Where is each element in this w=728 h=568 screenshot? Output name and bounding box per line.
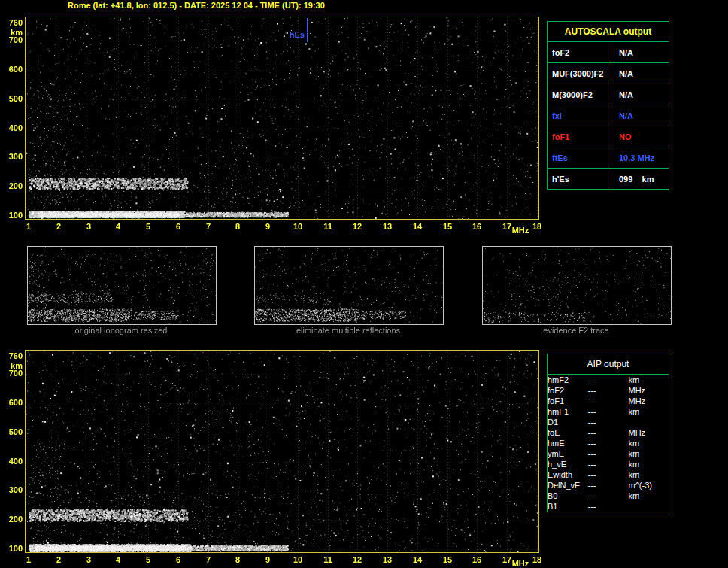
aip-param-value: ---: [588, 406, 629, 417]
autoscala-param-value: N/A: [608, 105, 669, 126]
autoscala-param-label: fxI: [548, 105, 608, 126]
aip-row-B0: B0---km: [548, 491, 669, 501]
aip-param-label: foF2: [548, 385, 588, 396]
x-tick-18: 18: [532, 555, 541, 564]
autoscala-param-label: foF2: [548, 42, 608, 63]
y-tick-500: 500: [2, 94, 23, 103]
aip-row-h_vE: h_vE---km: [548, 459, 669, 469]
thumbnail-evidence-f2-trace: [482, 246, 672, 325]
x-tick-3: 3: [86, 222, 91, 231]
aip-param-label: foE: [548, 427, 588, 438]
aip-param-unit: [629, 501, 669, 512]
autoscala-param-label: MUF(3000)F2: [548, 63, 608, 84]
autoscala-param-label: foF1: [548, 126, 608, 147]
page-title: Rome (lat: +41.8, lon: 012.5) - DATE: 20…: [68, 1, 325, 10]
aip-row-ymE: ymE---km: [548, 448, 669, 459]
thumbnail-caption-evidence: evidence F2 trace: [481, 326, 671, 335]
y-tick-400: 400: [2, 123, 23, 132]
aip-param-unit: km: [629, 448, 669, 459]
y-tick-760: 760: [2, 351, 23, 360]
aip-row-hmE: hmE---km: [548, 438, 669, 448]
autoscala-window: Rome (lat: +41.8, lon: 012.5) - DATE: 20…: [0, 0, 728, 568]
aip-param-value: ---: [588, 438, 629, 448]
autoscala-param-value: N/A: [608, 42, 669, 63]
x-tick-4: 4: [116, 222, 120, 231]
x-tick-8: 8: [235, 555, 240, 564]
aip-param-label: ymE: [548, 448, 588, 459]
aip-param-value: ---: [588, 491, 629, 501]
aip-row-D1: D1---: [548, 417, 669, 427]
x-tick-11: 11: [323, 555, 332, 564]
autoscala-table-title: AUTOSCALA output: [548, 22, 669, 42]
aip-table-title: AIP output: [548, 354, 669, 375]
aip-param-unit: MHz: [629, 396, 669, 406]
autoscala-param-label: M(3000)F2: [548, 84, 608, 105]
y-tick-700: 700: [2, 35, 23, 44]
y-tick-200: 200: [2, 181, 23, 190]
x-axis-unit: MHz: [512, 226, 529, 235]
x-tick-5: 5: [146, 555, 150, 564]
x-tick-15: 15: [443, 222, 452, 231]
y-tick-700: 700: [2, 369, 23, 378]
x-tick-14: 14: [413, 222, 422, 231]
aip-param-unit: km: [629, 375, 669, 386]
x-tick-15: 15: [443, 555, 452, 564]
y-axis-unit: km: [2, 28, 23, 37]
autoscala-row-h'Es: h'Es099 km: [548, 169, 669, 190]
x-tick-1: 1: [26, 222, 31, 231]
y-tick-400: 400: [2, 457, 23, 466]
x-tick-9: 9: [265, 555, 270, 564]
ftes-marker-label: hEs: [285, 30, 305, 39]
thumbnail-caption-eliminate: eliminate multiple reflections: [253, 326, 443, 335]
autoscala-row-foF1: foF1NO: [548, 126, 669, 147]
aip-param-value: ---: [588, 396, 629, 406]
aip-param-label: hmE: [548, 438, 588, 448]
x-tick-3: 3: [86, 555, 91, 564]
y-tick-200: 200: [2, 515, 23, 524]
autoscala-param-label: ftEs: [548, 147, 608, 169]
aip-param-unit: MHz: [629, 427, 669, 438]
x-tick-7: 7: [206, 222, 211, 231]
aip-param-value: ---: [588, 375, 629, 386]
autoscala-row-M(3000)F2: M(3000)F2N/A: [548, 84, 669, 105]
autoscala-param-value: 099 km: [608, 169, 669, 190]
x-tick-18: 18: [532, 222, 541, 231]
aip-param-value: ---: [588, 469, 629, 480]
x-tick-14: 14: [413, 555, 422, 564]
aip-param-label: B0: [548, 491, 588, 501]
autoscala-param-value: N/A: [608, 84, 669, 105]
aip-param-label: DelN_vE: [548, 480, 588, 491]
aip-param-value: ---: [588, 459, 629, 469]
aip-row-foF1: foF1---MHz: [548, 396, 669, 406]
x-tick-6: 6: [176, 222, 180, 231]
x-tick-10: 10: [293, 555, 302, 564]
aip-param-value: ---: [588, 385, 629, 396]
x-tick-2: 2: [56, 555, 61, 564]
x-tick-7: 7: [206, 555, 211, 564]
x-tick-12: 12: [353, 555, 362, 564]
y-tick-100: 100: [2, 544, 23, 553]
x-tick-11: 11: [323, 222, 332, 231]
aip-param-unit: km: [629, 438, 669, 448]
aip-row-DelN_vE: DelN_vE---m^(-3): [548, 480, 669, 491]
thumbnail-original-ionogram: [27, 246, 217, 325]
aip-param-unit: km: [629, 469, 669, 480]
aip-row-B1: B1---: [548, 501, 669, 512]
aip-row-foF2: foF2---MHz: [548, 385, 669, 396]
aip-param-label: Ewidth: [548, 469, 588, 480]
x-axis-unit: MHz: [512, 559, 529, 568]
autoscala-row-MUF(3000)F2: MUF(3000)F2N/A: [548, 63, 669, 84]
autoscala-param-value: N/A: [608, 63, 669, 84]
x-tick-13: 13: [383, 555, 392, 564]
autoscala-row-foF2: foF2N/A: [548, 42, 669, 63]
autoscala-param-value: 10.3 MHz: [608, 147, 669, 169]
aip-param-label: hmF1: [548, 406, 588, 417]
x-tick-13: 13: [383, 222, 392, 231]
aip-param-label: hmF2: [548, 375, 588, 386]
thumbnail-eliminate-reflections: [254, 246, 444, 325]
ionogram-bottom-plot: [25, 350, 539, 553]
x-tick-8: 8: [235, 222, 240, 231]
autoscala-param-label: h'Es: [548, 169, 608, 190]
aip-param-value: ---: [588, 480, 629, 491]
aip-table-title-row: AIP output: [548, 354, 669, 375]
